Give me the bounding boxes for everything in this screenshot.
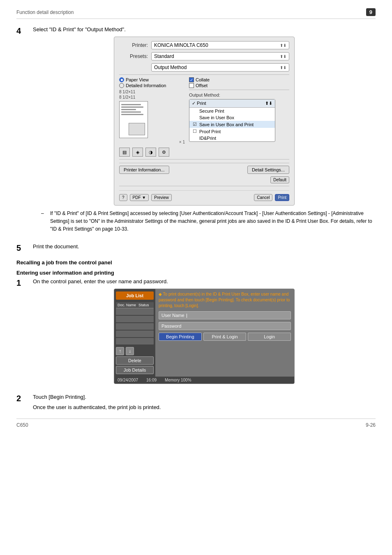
save-userbox-print-label: Save in User Box and Print	[199, 122, 254, 127]
cp-bottom-buttons: Begin Printing Print & Login Login	[159, 333, 291, 341]
detailed-info-radio[interactable]: Detailed Information	[119, 83, 185, 88]
dialog-right-panel: ✓ Collate Offset Output Method: ✓ Print	[189, 77, 289, 157]
cp-arrows: ↑ ↓	[116, 347, 154, 355]
step-1-cp-content: On the control panel, enter the user nam…	[33, 278, 376, 388]
cp-rows	[116, 308, 154, 345]
up-button[interactable]: ↑	[116, 347, 124, 355]
output-dropdown-header: ✓ Print ⬆⬇	[189, 99, 275, 108]
presets-row: Presets: Standard ⬆⬇	[119, 52, 289, 60]
paper-view-label: Paper View	[126, 77, 149, 82]
page-title: Function detail description	[16, 9, 74, 15]
cancel-button[interactable]: Cancel	[254, 194, 272, 201]
cp-row-3	[116, 323, 154, 330]
collate-label: Collate	[196, 77, 210, 82]
page-header: Function detail description 9	[16, 8, 376, 19]
preview-button[interactable]: Preview	[151, 194, 172, 201]
presets-arrow-icon: ⬆⬇	[280, 54, 286, 59]
view-radio-group: Paper View Detailed Information	[119, 77, 185, 88]
dialog-footer: ? PDF ▼ Preview Cancel Print	[119, 190, 289, 201]
cp-memory: Memory 100%	[165, 378, 191, 382]
proof-print-label: Proof Print	[199, 129, 221, 134]
output-item-secure-print[interactable]: Secure Print	[189, 108, 275, 114]
notice-text: To print document(s) in the ID & Print U…	[159, 292, 290, 308]
password-label: Password	[161, 324, 181, 328]
doc-name-col: Doc. Name	[118, 303, 136, 307]
print-button[interactable]: Print	[275, 194, 289, 201]
collate-checkbox[interactable]: ✓ Collate	[189, 77, 289, 82]
printer-info-button[interactable]: Printer Information...	[119, 166, 169, 174]
down-button[interactable]: ↓	[126, 347, 134, 355]
output-dropdown-selected: ✓ Print	[192, 101, 206, 106]
cp-footer: 09/24/2007 16:09 Memory 100%	[114, 377, 294, 384]
output-item-save-userbox[interactable]: Save in User Box	[189, 114, 275, 121]
help-button[interactable]: ?	[119, 194, 127, 201]
step-5-content: Print the document.	[33, 243, 376, 254]
step-5-number: 5	[16, 243, 25, 254]
cp-row-1	[116, 308, 154, 315]
page-footer: C650 9-26	[16, 419, 376, 428]
icon-row: ▤ ◈ ◑ ⚙	[119, 148, 185, 157]
pdf-button[interactable]: PDF ▼	[130, 194, 149, 201]
note-item: If "ID & Print" of [ID & Print Settings]…	[45, 210, 376, 234]
x1-label: × 1	[119, 140, 185, 144]
detail-settings-button[interactable]: Detail Settings...	[247, 166, 289, 174]
step-2-cp: 2 Touch [Begin Printing]. Once the user …	[16, 394, 376, 410]
id-print-check	[193, 136, 198, 141]
default-button[interactable]: Default	[270, 176, 289, 183]
print-dialog: Printer: KONICA MINOLTA C650 ⬆⬇ Presets:…	[114, 37, 295, 206]
cp-notice: ◆ To print document(s) in the ID & Print…	[159, 291, 291, 309]
output-dropdown-arrow-icon: ⬆⬇	[265, 101, 272, 106]
output-method-select[interactable]: Output Method ⬆⬇	[151, 63, 289, 72]
user-name-field[interactable]: User Name	[159, 311, 291, 319]
printer-value: KONICA MINOLTA C650	[154, 42, 208, 48]
step-4-number: 4	[16, 26, 25, 238]
printer-label: Printer:	[119, 42, 148, 48]
job-list-button[interactable]: Job List	[116, 291, 154, 300]
cp-memory-value: 100%	[181, 378, 191, 382]
user-name-caret	[187, 314, 187, 318]
login-button[interactable]: Login	[248, 333, 291, 341]
footer-left-buttons: ? PDF ▼ Preview	[119, 194, 172, 201]
user-name-label: User Name	[161, 313, 184, 318]
offset-label: Offset	[196, 83, 208, 88]
offset-check-box	[189, 83, 194, 88]
step-1-cp-instruction: On the control panel, enter the user nam…	[33, 278, 376, 284]
preview-line-2	[121, 106, 143, 108]
step-2-cp-content: Touch [Begin Printing]. Once the user is…	[33, 394, 376, 410]
paper-preview-box	[119, 101, 148, 138]
output-item-id-print[interactable]: ID&Print	[189, 135, 275, 141]
presets-select[interactable]: Standard ⬆⬇	[151, 52, 289, 60]
paper-size-1: 8 1/2×11	[119, 90, 185, 94]
begin-printing-button[interactable]: Begin Printing	[159, 333, 202, 341]
output-method-value: Output Method	[154, 65, 187, 70]
output-method-dropdown[interactable]: ✓ Print ⬆⬇ Secure Print Save in User B	[189, 99, 275, 142]
control-panel: Job List Doc. Name Status ↑ ↓	[114, 289, 295, 384]
dialog-left-panel: Paper View Detailed Information 8 1/2×11…	[119, 77, 185, 157]
save-userbox-label: Save in User Box	[199, 115, 234, 120]
output-item-proof-print[interactable]: ☐ Proof Print	[189, 128, 275, 135]
status-col: Status	[138, 303, 149, 307]
paper-view-radio[interactable]: Paper View	[119, 77, 185, 82]
step-2-cp-description: Once the user is authenticated, the prin…	[33, 404, 376, 410]
offset-checkbox[interactable]: Offset	[189, 83, 289, 88]
output-method-section-label: Output Method:	[189, 92, 289, 97]
output-item-save-userbox-print[interactable]: ☑ Save in User Box and Print	[189, 121, 275, 128]
dialog-separator-2	[119, 159, 289, 160]
preview-line-5	[121, 114, 143, 115]
default-btn-row: Default	[119, 176, 289, 183]
delete-button[interactable]: Delete	[116, 356, 154, 365]
secure-print-check	[193, 109, 198, 113]
color-icon: ◑	[145, 148, 156, 157]
job-details-button[interactable]: Job Details	[116, 366, 154, 374]
step-4-instruction: Select "ID & Print" for "Output Method".	[33, 26, 376, 32]
preview-lines	[120, 102, 148, 119]
page-badge: 9	[366, 8, 376, 16]
cp-main: ◆ To print document(s) in the ID & Print…	[155, 289, 294, 377]
password-field[interactable]: Password	[159, 322, 291, 330]
printer-select[interactable]: KONICA MINOLTA C650 ⬆⬇	[151, 41, 289, 49]
collate-check-box: ✓	[189, 77, 194, 82]
cp-header: Job List Doc. Name Status ↑ ↓	[114, 289, 294, 377]
print-login-button[interactable]: Print & Login	[203, 333, 247, 341]
cp-row-5	[116, 338, 154, 345]
step-4-content: Select "ID & Print" for "Output Method".…	[33, 26, 376, 238]
